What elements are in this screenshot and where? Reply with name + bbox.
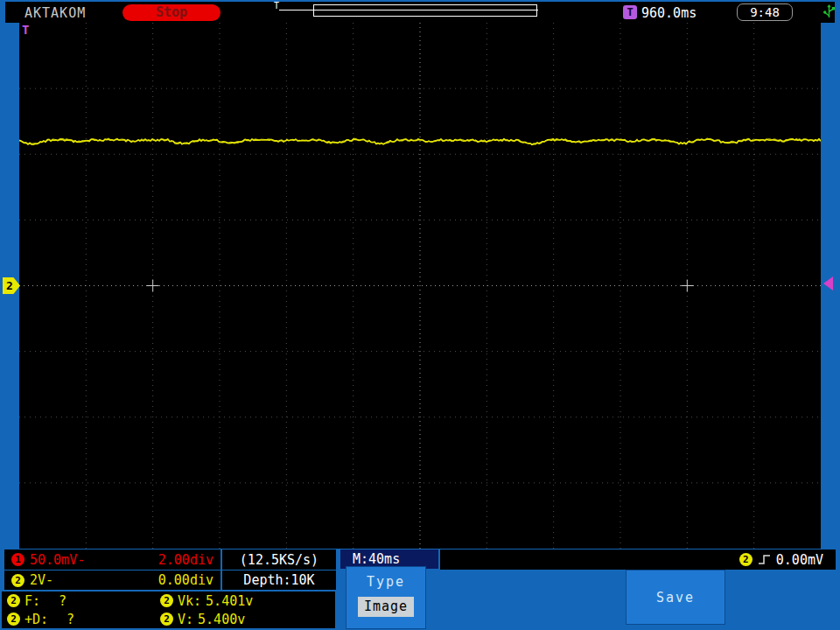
measurement-duty: 2 +D: ? [7, 612, 160, 627]
trigger-level-readout: 2 0.00mV [440, 550, 836, 570]
channel2-badge: 2 [11, 574, 24, 587]
display-window-bracket [313, 4, 537, 17]
measurement-channel-badge: 2 [7, 594, 20, 607]
memory-depth-readout: Depth:10K [222, 570, 336, 590]
top-status-bar: AKTAKOM Stop T T 960.0ms 9:48 [5, 2, 835, 23]
measurements-panel: 2 F: ? 2 Vk: 5.401v 2 +D: ? 2 V: 5.400v [2, 592, 335, 628]
channel2-position-marker[interactable]: 2 [3, 277, 20, 294]
trigger-horizontal-position-marker[interactable]: T [22, 23, 29, 37]
brand-label: AKTAKOM [24, 5, 86, 21]
measurement-channel-badge: 2 [160, 612, 173, 626]
measurement-frequency: 2 F: ? [7, 593, 160, 609]
run-stop-status[interactable]: Stop [122, 4, 220, 21]
measurement-channel-badge: 2 [160, 594, 173, 607]
oscilloscope-screen: AKTAKOM Stop T T 960.0ms 9:48 T 2 1 50.0… [0, 0, 840, 630]
trigger-level-value: 0.00mV [776, 552, 823, 568]
rising-edge-icon [758, 554, 771, 565]
trigger-time-readout: 960.0ms [641, 5, 696, 21]
channel1-readout: 1 50.0mV- 2.00div [4, 550, 220, 570]
graticule-svg [19, 23, 821, 549]
menu-type-button[interactable]: Type Image [346, 566, 426, 629]
channel2-offset: 0.00div [158, 572, 214, 588]
channel1-offset: 2.00div [158, 552, 214, 568]
save-button[interactable]: Save [626, 570, 725, 625]
clock: 9:48 [737, 4, 793, 21]
channel1-vscale: 50.0mV- [30, 552, 85, 568]
menu-type-value[interactable]: Image [358, 597, 414, 617]
trigger-level-arrow[interactable] [823, 276, 833, 290]
trigger-channel-badge: 2 [739, 553, 752, 566]
memory-position-indicator: T [272, 2, 548, 23]
waveform-display: T [19, 23, 821, 549]
channel1-badge: 1 [11, 553, 24, 566]
usb-icon [822, 4, 836, 20]
measurement-channel-badge: 2 [7, 612, 20, 626]
sample-rate-readout: (12.5KS/s) [222, 550, 336, 570]
menu-type-label: Type [346, 574, 425, 590]
channel2-vscale: 2V- [30, 572, 53, 588]
trigger-t-icon: T [623, 5, 637, 19]
measurement-vk: 2 Vk: 5.401v [160, 593, 330, 609]
measurement-v: 2 V: 5.400v [160, 612, 330, 627]
channel2-readout: 2 2V- 0.00div [4, 570, 220, 590]
